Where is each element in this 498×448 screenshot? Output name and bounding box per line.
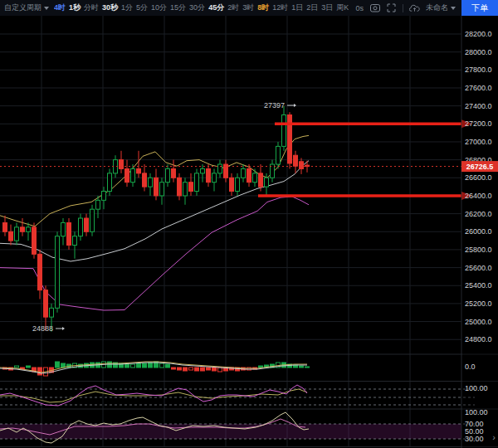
candle xyxy=(195,173,199,192)
svg-text:27600.0: 27600.0 xyxy=(465,84,492,92)
candle xyxy=(108,173,112,192)
chevron-down-icon xyxy=(451,7,456,10)
candle xyxy=(38,254,42,290)
candle xyxy=(276,146,281,164)
candle xyxy=(125,168,129,182)
candle xyxy=(247,168,251,182)
candle xyxy=(178,178,182,196)
svg-text:24800.0: 24800.0 xyxy=(465,335,492,343)
custom-period-label: 自定义周期 xyxy=(4,2,42,13)
svg-text:27000.0: 27000.0 xyxy=(465,138,492,146)
candle xyxy=(183,183,188,196)
svg-text:25200.0: 25200.0 xyxy=(465,299,492,308)
candle xyxy=(166,168,170,182)
svg-text:27800.0: 27800.0 xyxy=(465,66,492,74)
candle xyxy=(172,168,176,178)
candle-countdown: 0s xyxy=(355,4,364,12)
candle xyxy=(265,178,269,187)
candle xyxy=(242,168,246,178)
period-8时[interactable]: 8时 xyxy=(257,2,269,13)
svg-text:26600.0: 26600.0 xyxy=(465,173,492,182)
period-1日[interactable]: 1日 xyxy=(291,2,303,13)
period-2时[interactable]: 2时 xyxy=(227,2,239,13)
period-12时[interactable]: 12时 xyxy=(272,2,288,13)
svg-text:26200.0: 26200.0 xyxy=(465,210,492,218)
period-5分[interactable]: 5分 xyxy=(136,2,148,13)
candle xyxy=(288,114,292,163)
svg-text:28000.0: 28000.0 xyxy=(465,48,492,56)
svg-text:25400.0: 25400.0 xyxy=(465,281,492,290)
chevron-down-icon xyxy=(44,7,49,10)
period-30分[interactable]: 30分 xyxy=(189,2,205,13)
svg-text:25600.0: 25600.0 xyxy=(465,264,492,272)
candle xyxy=(143,173,147,187)
panel-expand-button[interactable]: › xyxy=(491,431,497,443)
candle xyxy=(32,227,37,254)
svg-text:27397: 27397 xyxy=(264,101,285,110)
cloud-save-icon[interactable] xyxy=(409,2,420,13)
candle xyxy=(201,168,205,173)
candle xyxy=(56,236,60,309)
svg-text:100.00: 100.00 xyxy=(465,408,488,416)
period-2日[interactable]: 2日 xyxy=(306,2,318,13)
period-45分[interactable]: 45分 xyxy=(208,2,224,13)
place-order-button[interactable]: 下单 xyxy=(461,0,498,16)
workspace-label: 未命名 xyxy=(426,2,448,13)
period-1分[interactable]: 1分 xyxy=(121,2,133,13)
candle xyxy=(259,173,263,187)
candle xyxy=(3,222,7,231)
candle xyxy=(21,227,25,231)
candle xyxy=(253,173,257,183)
candle xyxy=(50,308,54,317)
period-周K[interactable]: 周K xyxy=(336,2,349,13)
period-30秒[interactable]: 30秒 xyxy=(102,2,118,13)
candle xyxy=(207,168,211,182)
period-15分[interactable]: 15分 xyxy=(170,2,186,13)
candle xyxy=(131,168,135,182)
candle xyxy=(294,155,298,166)
candle xyxy=(236,178,240,191)
candle xyxy=(67,222,71,245)
price-axis[interactable]: 28200.028000.027800.027600.027400.027200… xyxy=(461,16,498,448)
trading-app: 自定义周期 4时1秒分时30秒1分5分10分15分30分45分2时3时8时12时… xyxy=(0,0,498,448)
svg-text:27200.0: 27200.0 xyxy=(465,119,492,128)
candle xyxy=(44,290,48,317)
candle xyxy=(102,192,106,201)
last-price-tag: 26726.5 xyxy=(461,161,498,172)
period-4时[interactable]: 4时 xyxy=(54,2,66,13)
candle xyxy=(189,183,193,192)
svg-text:0.0: 0.0 xyxy=(465,363,476,371)
screenshot-icon[interactable] xyxy=(369,2,380,13)
svg-text:30.00: 30.00 xyxy=(465,435,484,443)
candle xyxy=(160,183,164,196)
candle xyxy=(15,227,19,241)
period-3日[interactable]: 3日 xyxy=(321,2,333,13)
svg-text:24888: 24888 xyxy=(32,324,53,333)
workspace-name[interactable]: 未命名 xyxy=(426,2,456,13)
svg-text:25800.0: 25800.0 xyxy=(465,246,492,254)
fullscreen-icon[interactable] xyxy=(386,2,397,13)
svg-text:28200.0: 28200.0 xyxy=(465,30,492,38)
svg-text:27400.0: 27400.0 xyxy=(465,102,492,110)
svg-text:100.00: 100.00 xyxy=(465,384,488,392)
svg-text:26726.5: 26726.5 xyxy=(466,163,494,171)
period-分时[interactable]: 分时 xyxy=(84,2,99,13)
candle xyxy=(120,160,124,169)
candle xyxy=(27,227,31,231)
candle xyxy=(218,164,222,173)
period-3时[interactable]: 3时 xyxy=(242,2,254,13)
divider xyxy=(403,4,403,12)
candle xyxy=(282,114,286,146)
candle xyxy=(154,178,159,196)
candle xyxy=(137,168,141,173)
candle xyxy=(96,200,100,209)
toolbar-right: 0s 未命名 下单 xyxy=(355,0,498,16)
period-10分[interactable]: 10分 xyxy=(151,2,167,13)
candle xyxy=(79,218,83,236)
candle xyxy=(212,173,217,183)
toolbar: 自定义周期 4时1秒分时30秒1分5分10分15分30分45分2时3时8时12时… xyxy=(0,0,498,16)
custom-period-menu[interactable]: 自定义周期 xyxy=(0,2,54,13)
candle xyxy=(61,222,66,236)
main-chart[interactable]: 273972488828200.028000.027800.027600.027… xyxy=(0,0,498,448)
period-1秒[interactable]: 1秒 xyxy=(69,2,81,13)
